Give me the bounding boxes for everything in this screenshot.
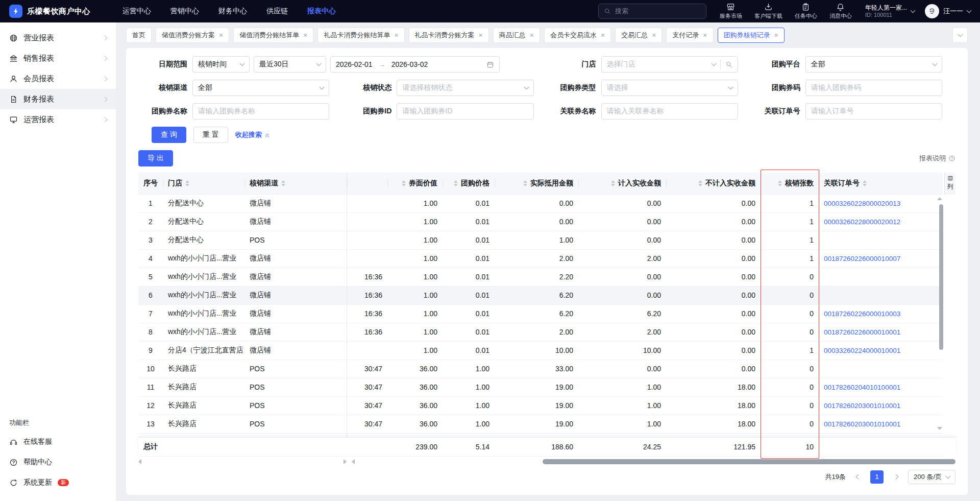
vertical-scrollbar[interactable] (939, 204, 943, 350)
sort-icon[interactable] (523, 180, 527, 186)
scrollbar-up-arrow[interactable] (937, 197, 942, 200)
sort-icon[interactable] (281, 180, 285, 186)
order-link[interactable]: 00187260226000010003 (824, 310, 900, 318)
horizontal-scrollbar-thumb[interactable] (543, 459, 955, 464)
reset-button[interactable]: 重 置 (193, 127, 228, 143)
sidebar-item-1[interactable]: 销售报表 (0, 48, 116, 68)
order-link[interactable]: 00003260228000020013 (824, 200, 900, 207)
global-search-input[interactable]: 搜索 (598, 4, 706, 19)
table-row[interactable]: 3分配送中心POS1.000.011.000.000.001 (138, 231, 943, 249)
nav-item-4[interactable]: 报表中心 (307, 7, 336, 16)
sidebar-item-2[interactable]: 会员报表 (0, 68, 116, 89)
sidebar-footer-item-1[interactable]: 帮助中心 (9, 452, 107, 472)
filter-input-4[interactable]: 请输入团购券名称 (192, 103, 329, 120)
store-select[interactable]: 选择门店 (601, 56, 738, 73)
table-row[interactable]: 8wxh的小小门店...营业微店铺16:361.000.012.002.000.… (138, 323, 943, 341)
filter-select-1[interactable]: 请选择核销状态 (397, 80, 533, 96)
scroll-left-arrow[interactable] (138, 459, 141, 464)
sort-icon[interactable] (863, 180, 867, 186)
column-header-1[interactable]: 门店 (163, 173, 244, 194)
nav-item-1[interactable]: 营销中心 (170, 7, 199, 16)
scroll-right-arrow[interactable] (344, 459, 347, 464)
sort-icon[interactable] (611, 180, 615, 186)
table-row[interactable]: 6wxh的小小门店...营业微店铺16:361.000.016.200.000.… (138, 286, 943, 304)
tab-overflow-button[interactable] (952, 28, 968, 43)
tab-4[interactable]: 礼品卡消费分账方案× (409, 28, 489, 43)
date-preset-select[interactable]: 最近30日 (254, 56, 326, 73)
nav-item-3[interactable]: 供应链 (266, 7, 288, 16)
tab-1[interactable]: 储值消费分账方案× (156, 28, 229, 43)
column-header-6[interactable]: 实际抵用金额 (495, 173, 578, 194)
tab-close-icon[interactable]: × (394, 32, 398, 39)
nav-item-2[interactable]: 财务中心 (218, 7, 247, 16)
order-link[interactable]: 00178260203001010001 (824, 402, 900, 410)
page-size-select[interactable]: 200 条/页 (908, 470, 955, 484)
filter-input-3[interactable]: 请输入团购券码 (805, 80, 942, 96)
scrollbar-down-arrow[interactable] (937, 427, 942, 430)
table-row[interactable]: 12长兴路店POS30:4736.001.0019.001.0018.00000… (138, 396, 943, 415)
sort-icon[interactable] (698, 180, 702, 186)
column-header-5[interactable]: 团购价格 (443, 173, 495, 194)
page-1-button[interactable]: 1 (870, 470, 884, 484)
table-row[interactable]: 7wxh的小小门店...营业微店铺16:361.000.016.206.200.… (138, 304, 943, 323)
date-type-select[interactable]: 核销时间 (192, 56, 250, 73)
tab-0[interactable]: 首页 (126, 28, 152, 43)
query-button[interactable]: 查 询 (152, 127, 186, 143)
prev-page-button[interactable] (853, 470, 863, 484)
left-scrollbar-track[interactable] (143, 459, 341, 464)
tab-close-icon[interactable]: × (703, 32, 707, 39)
table-row[interactable]: 5wxh的小小门店...营业微店铺16:361.000.012.200.000.… (138, 268, 943, 286)
scroll-left-arrow[interactable] (352, 459, 355, 464)
tab-9[interactable]: 团购券核销记录× (718, 28, 785, 43)
sidebar-item-3[interactable]: 财务报表 (0, 89, 116, 109)
tab-close-icon[interactable]: × (303, 32, 307, 39)
table-row[interactable]: 4wxh的小小门店...营业微店铺1.000.012.002.000.00100… (138, 249, 943, 268)
column-settings-button[interactable]: 列 (944, 173, 955, 194)
next-page-button[interactable] (891, 470, 901, 484)
tab-close-icon[interactable]: × (530, 32, 534, 39)
tab-close-icon[interactable]: × (774, 32, 778, 39)
date-range-input[interactable]: 2026-02-01 → 2026-03-02 (330, 56, 500, 73)
table-row[interactable]: 1分配送中心微店铺1.000.010.000.000.0010000326022… (138, 194, 943, 212)
tab-close-icon[interactable]: × (601, 32, 605, 39)
quick-action-2[interactable]: 任务中心 (795, 3, 817, 20)
tab-5[interactable]: 商品汇总× (493, 28, 540, 43)
export-button[interactable]: 导 出 (138, 150, 173, 166)
order-link[interactable]: 00178260204010100001 (824, 384, 900, 391)
tab-8[interactable]: 支付记录× (666, 28, 713, 43)
filter-input-6[interactable]: 请输入关联券名称 (601, 103, 738, 120)
order-link[interactable]: 00003260228000020012 (824, 218, 900, 226)
order-link[interactable]: 00178260203001010001 (824, 420, 900, 428)
sort-icon[interactable] (454, 180, 458, 186)
order-link[interactable]: 00033260224000010001 (824, 347, 900, 354)
tab-3[interactable]: 礼品卡消费分账结算单× (317, 28, 404, 43)
quick-action-0[interactable]: 服务市场 (720, 3, 742, 20)
tab-7[interactable]: 交易汇总× (615, 28, 662, 43)
column-header-7[interactable]: 计入实收金额 (578, 173, 666, 194)
sort-icon[interactable] (778, 180, 782, 186)
quick-action-1[interactable]: 客户端下载 (754, 3, 782, 20)
table-row[interactable]: 11长兴路店POS30:4736.001.0019.001.0018.00000… (138, 378, 943, 396)
order-link[interactable]: 00187260226000010007 (824, 255, 900, 263)
sort-icon[interactable] (402, 180, 406, 186)
column-header-2[interactable]: 核销渠道 (244, 173, 347, 194)
tab-close-icon[interactable]: × (652, 32, 656, 39)
sort-icon[interactable] (185, 180, 189, 186)
order-link[interactable]: 00187260226000010001 (824, 328, 900, 336)
tab-close-icon[interactable]: × (219, 32, 223, 39)
sidebar-footer-item-2[interactable]: 系统更新新 (9, 472, 107, 493)
table-row[interactable]: 14长兴路店POS30:4736.001.0019.001.0018.000 (138, 433, 943, 437)
table-row[interactable]: 9分店4（宁波江北直营店微店铺1.000.0110.0010.000.00100… (138, 341, 943, 360)
sidebar-footer-item-0[interactable]: 在线客服 (9, 432, 107, 452)
table-row[interactable]: 2分配送中心微店铺1.000.010.000.000.0010000326022… (138, 212, 943, 231)
nav-item-0[interactable]: 运营中心 (122, 7, 151, 16)
tab-2[interactable]: 储值消费分账结算单× (233, 28, 313, 43)
table-row[interactable]: 13长兴路店POS30:4736.001.0019.001.0018.00000… (138, 415, 943, 433)
filter-input-7[interactable]: 请输入订单号 (805, 103, 942, 120)
tab-close-icon[interactable]: × (479, 32, 483, 39)
app-logo[interactable]: 乐檬餐饮商户中心 (9, 5, 115, 18)
sidebar-item-4[interactable]: 运营报表 (0, 109, 116, 130)
search-icon[interactable] (725, 61, 732, 68)
user-menu[interactable]: 汪一一 (925, 4, 971, 18)
collapse-search-link[interactable]: 收起搜索 (235, 130, 271, 139)
